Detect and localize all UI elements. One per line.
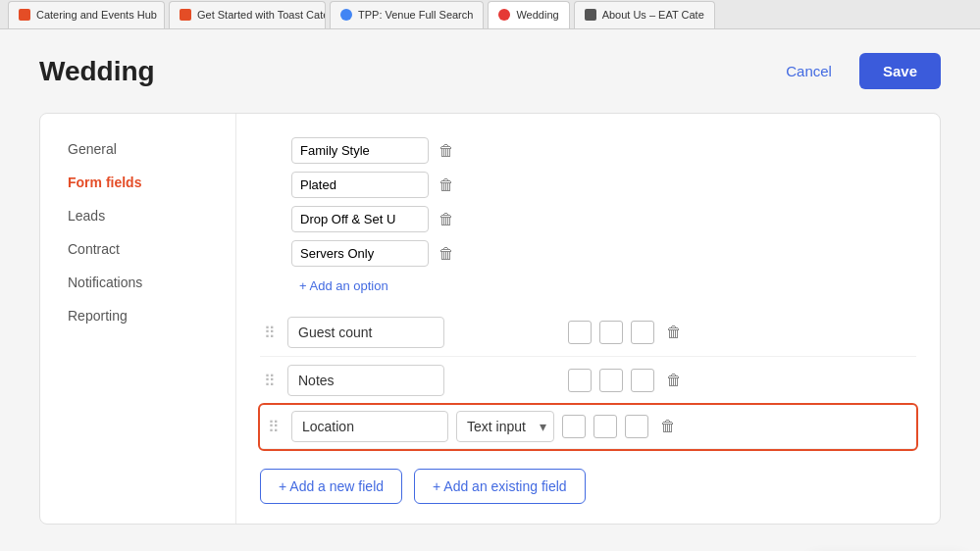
- drag-handle-notes[interactable]: ⠿: [260, 372, 280, 390]
- page: Wedding Cancel Save General Form fields …: [0, 29, 980, 551]
- checkbox-guest-count-2[interactable]: [599, 321, 623, 344]
- field-name-notes[interactable]: [287, 365, 444, 396]
- sidebar-item-general[interactable]: General: [56, 133, 220, 165]
- tab-wedding[interactable]: Wedding: [488, 1, 569, 28]
- page-title: Wedding: [39, 56, 155, 87]
- toast-icon-2: [180, 9, 191, 21]
- fields-table: 🗑 🗑 🗑 🗑 + Add an opti: [260, 133, 916, 504]
- option-input-family-style[interactable]: [291, 137, 429, 164]
- delete-option-servers[interactable]: 🗑: [435, 241, 458, 267]
- field-row-notes: ⠿ 🗑: [260, 357, 916, 405]
- add-option-button[interactable]: + Add an option: [291, 275, 396, 297]
- option-row-plated: 🗑: [291, 168, 916, 202]
- sidebar-item-reporting[interactable]: Reporting: [56, 300, 220, 331]
- field-type-wrapper-location: Text input: [456, 411, 554, 442]
- delete-guest-count[interactable]: 🗑: [662, 320, 686, 345]
- red-icon: [498, 9, 510, 21]
- checkbox-notes-3[interactable]: [631, 369, 654, 392]
- field-name-guest-count[interactable]: [287, 317, 444, 348]
- option-input-plated[interactable]: [291, 172, 429, 198]
- checkbox-guest-count-1[interactable]: [568, 321, 592, 344]
- checkbox-notes-2[interactable]: [599, 369, 623, 392]
- content-area: General Form fields Leads Contract Notif…: [39, 113, 941, 525]
- option-input-dropoff[interactable]: [291, 206, 429, 232]
- checkbox-notes-1[interactable]: [568, 369, 592, 392]
- checkbox-guest-count-3[interactable]: [631, 321, 654, 344]
- save-button[interactable]: Save: [859, 53, 941, 89]
- sidebar-item-contract[interactable]: Contract: [56, 233, 220, 265]
- field-name-location[interactable]: [291, 411, 448, 442]
- option-row-family-style: 🗑: [291, 133, 916, 168]
- add-existing-field-button[interactable]: + Add an existing field: [414, 469, 586, 504]
- main-content: 🗑 🗑 🗑 🗑 + Add an opti: [236, 114, 940, 524]
- google-icon: [340, 9, 352, 21]
- delete-location[interactable]: 🗑: [656, 414, 680, 439]
- browser-chrome: Catering and Events Hub Get Started with…: [0, 0, 980, 29]
- sidebar-item-form-fields[interactable]: Form fields: [56, 167, 220, 198]
- sidebar: General Form fields Leads Contract Notif…: [40, 114, 236, 524]
- sidebar-item-notifications[interactable]: Notifications: [56, 267, 220, 298]
- sidebar-item-leads[interactable]: Leads: [56, 200, 220, 231]
- img-icon: [585, 9, 596, 21]
- field-row-location: ⠿ Text input 🗑: [260, 405, 916, 449]
- options-section: 🗑 🗑 🗑 🗑 + Add an opti: [291, 133, 916, 301]
- drag-handle-location[interactable]: ⠿: [264, 418, 284, 436]
- delete-option-dropoff[interactable]: 🗑: [435, 207, 458, 232]
- delete-option-plated[interactable]: 🗑: [435, 173, 458, 198]
- delete-notes[interactable]: 🗑: [662, 368, 686, 393]
- checkbox-location-3[interactable]: [625, 415, 648, 438]
- drag-handle-guest-count[interactable]: ⠿: [260, 324, 280, 342]
- option-row-servers: 🗑: [291, 236, 916, 271]
- tab-catering[interactable]: Catering and Events Hub: [8, 1, 165, 28]
- bottom-actions: + Add a new field + Add an existing fiel…: [260, 469, 916, 504]
- page-header: Wedding Cancel Save: [39, 53, 941, 89]
- tab-get-started[interactable]: Get Started with Toast Catering & Events: [169, 1, 326, 28]
- field-row-guest-count: ⠿ 🗑: [260, 309, 916, 357]
- header-actions: Cancel Save: [770, 53, 941, 89]
- checkbox-location-1[interactable]: [562, 415, 586, 438]
- option-input-servers[interactable]: [291, 240, 429, 267]
- checkbox-location-2[interactable]: [593, 415, 617, 438]
- option-row-dropoff: 🗑: [291, 202, 916, 236]
- tab-about[interactable]: About Us – EAT Cate: [574, 1, 715, 28]
- field-type-select-location[interactable]: Text input: [456, 411, 554, 442]
- tab-tpp[interactable]: TPP: Venue Full Search: [330, 1, 484, 28]
- add-new-field-button[interactable]: + Add a new field: [260, 469, 402, 504]
- add-option-row: + Add an option: [291, 271, 916, 301]
- toast-icon-1: [19, 9, 30, 21]
- delete-option-family-style[interactable]: 🗑: [435, 138, 458, 164]
- cancel-button[interactable]: Cancel: [770, 55, 848, 87]
